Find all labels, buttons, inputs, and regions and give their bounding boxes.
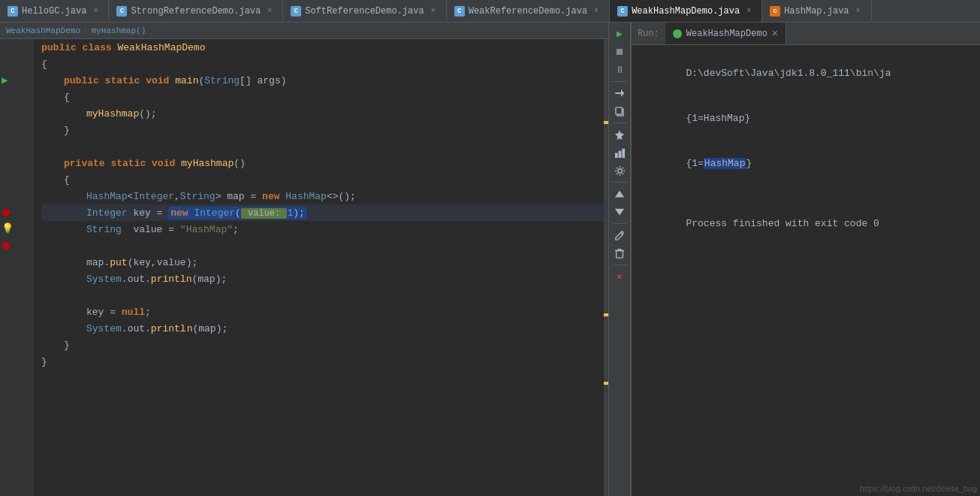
run-button[interactable]: ▶ xyxy=(611,26,628,42)
run-panel: Run: WeakHashMapDemo × D:\devSoft\Java\j… xyxy=(631,23,980,496)
weakref-icon: C xyxy=(454,6,465,17)
edit-button[interactable] xyxy=(611,227,628,243)
code-line-1: public class WeakHashMapDemo xyxy=(41,39,608,56)
code-line-13 xyxy=(41,237,608,254)
run-active-tab[interactable]: WeakHashMapDemo × xyxy=(665,23,786,44)
code-line-10: HashMap<Integer,String> map = new HashMa… xyxy=(41,188,608,204)
output-blank xyxy=(639,186,972,201)
toolbar-sep-5 xyxy=(612,265,627,265)
code-line-2: { xyxy=(41,56,608,72)
tab-bar: C HelloGC.java × C StrongReferenceDemo.j… xyxy=(0,0,980,23)
strongref-icon: C xyxy=(116,6,127,17)
run-label: Run: xyxy=(638,29,659,39)
tab-softref[interactable]: C SoftReferenceDemo.java × xyxy=(283,0,446,22)
hellgc-icon: C xyxy=(8,6,18,17)
run-status-dot xyxy=(673,29,682,38)
tab-weakref-label: WeakReferenceDemo.java xyxy=(469,6,587,17)
softref-icon: C xyxy=(291,6,301,17)
code-line-8: private static void myHashmap() xyxy=(41,155,608,171)
run-tab-close[interactable]: × xyxy=(772,28,778,40)
step-over-button[interactable] xyxy=(611,85,628,101)
run-panel-header: Run: WeakHashMapDemo × xyxy=(632,23,980,45)
scroll-track xyxy=(604,39,608,496)
tab-weakhashmap-close[interactable]: × xyxy=(743,6,754,17)
output-line2: {1=HashMap} xyxy=(639,141,972,186)
run-tab-label: WeakHashMapDemo xyxy=(686,29,767,39)
code-line-3: public static void main(String[] args) xyxy=(41,72,608,89)
code-line-20: } xyxy=(41,353,608,370)
svg-rect-10 xyxy=(617,251,623,259)
output-hashmap-highlight: HashMap xyxy=(704,158,746,169)
code-content[interactable]: public class WeakHashMapDemo { public st… xyxy=(34,39,608,496)
code-line-4: { xyxy=(41,89,608,105)
debug-arrow: ▶ xyxy=(2,72,8,89)
code-line-11: Integer key = new Integer( value: 1); xyxy=(41,204,608,221)
scroll-indicator-3 xyxy=(604,382,608,385)
code-line-7 xyxy=(41,138,608,155)
weakhashmap-icon: C xyxy=(617,6,628,17)
output-line1: {1=HashMap} xyxy=(639,96,972,141)
main-layout: WeakHashMapDemo › myHashmap() ▶ xyxy=(0,23,980,496)
tab-weakref[interactable]: C WeakReferenceDemo.java × xyxy=(447,0,610,22)
output-process: Process finished with exit code 0 xyxy=(639,201,972,246)
chart-button[interactable] xyxy=(611,144,628,161)
scroll-indicator-1 xyxy=(604,121,608,124)
svg-rect-5 xyxy=(618,150,621,157)
new-integer-highlight: new Integer( value: 1); xyxy=(168,207,307,219)
toolbar-sep-2 xyxy=(612,122,627,123)
tab-weakhashmap-label: WeakHashMapDemo.java xyxy=(632,6,740,17)
code-line-16 xyxy=(41,287,608,304)
close-panel-button[interactable]: ✕ xyxy=(611,268,628,285)
tab-strongref-close[interactable]: × xyxy=(264,6,275,17)
breadcrumb: WeakHashMapDemo › myHashmap() xyxy=(0,23,608,39)
trash-button[interactable] xyxy=(611,245,628,262)
svg-point-7 xyxy=(617,168,622,173)
code-line-19: } xyxy=(41,337,608,353)
pin-button[interactable] xyxy=(611,126,628,143)
code-line-5: myHashmap(); xyxy=(41,105,608,122)
toolbar-sep-1 xyxy=(612,81,627,82)
svg-rect-4 xyxy=(614,153,617,158)
tab-weakhashmap[interactable]: C WeakHashMapDemo.java × xyxy=(610,0,762,22)
toolbar-sep-4 xyxy=(612,223,627,224)
tab-hashmap-close[interactable]: × xyxy=(853,6,864,17)
tab-hashmap[interactable]: c HashMap.java × xyxy=(762,0,871,22)
copy-button[interactable] xyxy=(611,103,628,119)
tab-hellgc-close[interactable]: × xyxy=(90,6,101,17)
breakpoint-dot-2 xyxy=(2,242,10,250)
breadcrumb-method[interactable]: myHashmap() xyxy=(92,26,146,35)
side-toolbar: ▶ ⏹ ⏸ xyxy=(608,23,631,496)
parameter-hint: value: xyxy=(241,208,288,219)
watermark: https://blog.csdn.net/delete_bug xyxy=(860,484,977,493)
breadcrumb-separator: › xyxy=(83,26,89,35)
stop-button[interactable]: ⏹ xyxy=(611,44,628,60)
scroll-indicator-2 xyxy=(604,313,608,316)
run-label-area: Run: xyxy=(632,23,665,44)
code-line-9: { xyxy=(41,171,608,188)
code-line-14: map.put(key,value); xyxy=(41,254,608,271)
pause-button[interactable]: ⏸ xyxy=(611,62,628,78)
tab-weakref-close[interactable]: × xyxy=(591,6,602,17)
code-editor[interactable]: ▶ xyxy=(0,39,608,496)
tab-strongref[interactable]: C StrongReferenceDemo.java × xyxy=(109,0,283,22)
down-button[interactable] xyxy=(611,204,628,220)
output-path: D:\devSoft\Java\jdk1.8.0_111\bin\ja xyxy=(639,51,972,96)
svg-marker-8 xyxy=(615,191,624,198)
hashmap-icon: c xyxy=(770,6,780,17)
toolbar-sep-3 xyxy=(612,182,627,183)
breakpoint-dot xyxy=(2,209,10,216)
tab-hellgc[interactable]: C HelloGC.java × xyxy=(0,0,109,22)
code-line-18: System.out.println(map); xyxy=(41,320,608,337)
svg-rect-6 xyxy=(622,148,625,157)
settings-button[interactable] xyxy=(611,162,628,179)
editor-container: WeakHashMapDemo › myHashmap() ▶ xyxy=(0,23,608,496)
tab-hellgc-label: HelloGC.java xyxy=(22,6,86,17)
breadcrumb-class[interactable]: WeakHashMapDemo xyxy=(6,26,80,35)
svg-marker-1 xyxy=(621,89,624,97)
code-line-17: key = null; xyxy=(41,304,608,320)
tab-softref-label: SoftReferenceDemo.java xyxy=(305,6,424,17)
up-button[interactable] xyxy=(611,186,628,202)
line-gutter: ▶ xyxy=(0,39,34,496)
tab-softref-close[interactable]: × xyxy=(428,6,439,17)
svg-marker-9 xyxy=(615,209,624,216)
